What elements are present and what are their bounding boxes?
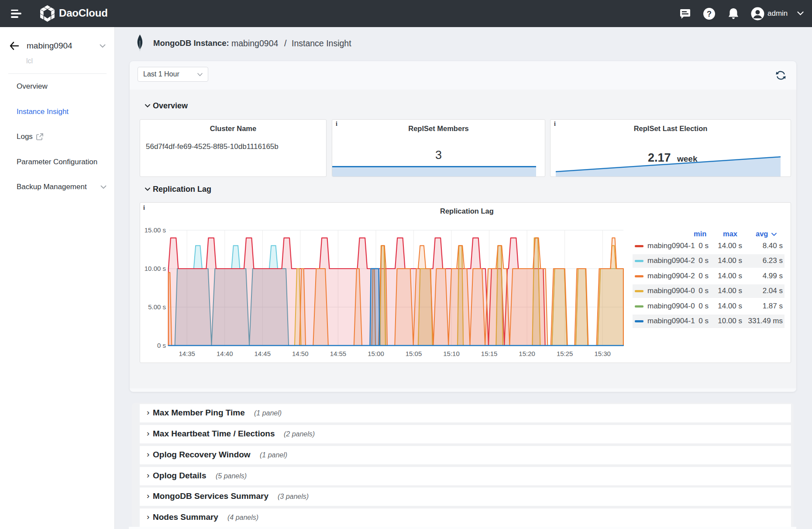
- svg-text:?: ?: [707, 10, 712, 18]
